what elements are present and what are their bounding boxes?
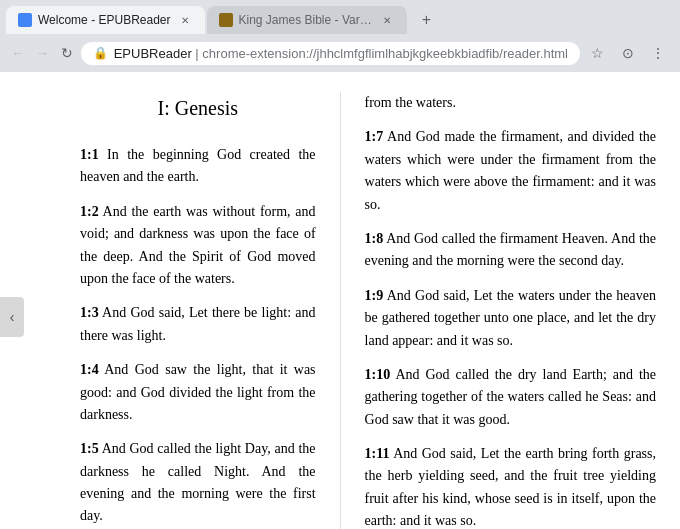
- browser-menu-icons: ☆ ⊙ ⋮: [584, 39, 672, 67]
- verse: 1:9 And God said, Let the waters under t…: [365, 285, 656, 352]
- url-origin: EPUBReader: [114, 46, 192, 61]
- tab-bar: Welcome - EPUBReader ✕ King James Bible …: [0, 0, 680, 34]
- tab-bible-label: King James Bible - Various: [239, 13, 373, 27]
- verse: 1:8 And God called the firmament Heaven.…: [365, 228, 656, 273]
- tab-bible[interactable]: King James Bible - Various ✕: [207, 6, 407, 34]
- tab-epub-label: Welcome - EPUBReader: [38, 13, 171, 27]
- reader-page: ‹ I: Genesis 1:1 In the beginning God cr…: [0, 72, 680, 529]
- verse: 1:10 And God called the dry land Earth; …: [365, 364, 656, 431]
- url-text: EPUBReader | chrome-extension://jhhclmfg…: [114, 46, 568, 61]
- verse: 1:7 And God made the firmament, and divi…: [365, 126, 656, 216]
- epub-favicon: [18, 13, 32, 27]
- verse: 1:11 And God said, Let the earth bring f…: [365, 443, 656, 529]
- menu-icon[interactable]: ⋮: [644, 39, 672, 67]
- bible-favicon: [219, 13, 233, 27]
- verse: from the waters.: [365, 92, 656, 114]
- url-bar[interactable]: 🔒 EPUBReader | chrome-extension://jhhclm…: [81, 42, 580, 65]
- browser-window: Welcome - EPUBReader ✕ King James Bible …: [0, 0, 680, 529]
- chapter-title: I: Genesis: [80, 92, 316, 124]
- right-verses: from the waters.1:7 And God made the fir…: [365, 92, 656, 529]
- left-column: I: Genesis 1:1 In the beginning God crea…: [0, 72, 340, 529]
- bookmarks-icon[interactable]: ☆: [584, 39, 612, 67]
- address-bar: ← → ↻ 🔒 EPUBReader | chrome-extension://…: [0, 34, 680, 72]
- left-verses: 1:1 In the beginning God created the hea…: [80, 144, 316, 529]
- tab-epub[interactable]: Welcome - EPUBReader ✕: [6, 6, 205, 34]
- tab-epub-close[interactable]: ✕: [177, 12, 193, 28]
- forward-button[interactable]: →: [32, 39, 52, 67]
- back-button[interactable]: ←: [8, 39, 28, 67]
- chapter-title-text: I: Genesis: [158, 97, 239, 119]
- right-column: from the waters.1:7 And God made the fir…: [341, 72, 680, 529]
- refresh-button[interactable]: ↻: [56, 39, 76, 67]
- page-turn-left-button[interactable]: ‹: [0, 297, 24, 337]
- new-tab-button[interactable]: +: [413, 6, 441, 34]
- verse: 1:1 In the beginning God created the hea…: [80, 144, 316, 189]
- url-path: | chrome-extension://jhhclmfgflimlhabjkg…: [192, 46, 568, 61]
- verse: 1:2 And the earth was without form, and …: [80, 201, 316, 291]
- account-icon[interactable]: ⊙: [614, 39, 642, 67]
- verse: 1:4 And God saw the light, that it was g…: [80, 359, 316, 426]
- verse: 1:5 And God called the light Day, and th…: [80, 438, 316, 528]
- verse: 1:3 And God said, Let there be light: an…: [80, 302, 316, 347]
- secure-icon: 🔒: [93, 46, 108, 60]
- tab-bible-close[interactable]: ✕: [379, 12, 395, 28]
